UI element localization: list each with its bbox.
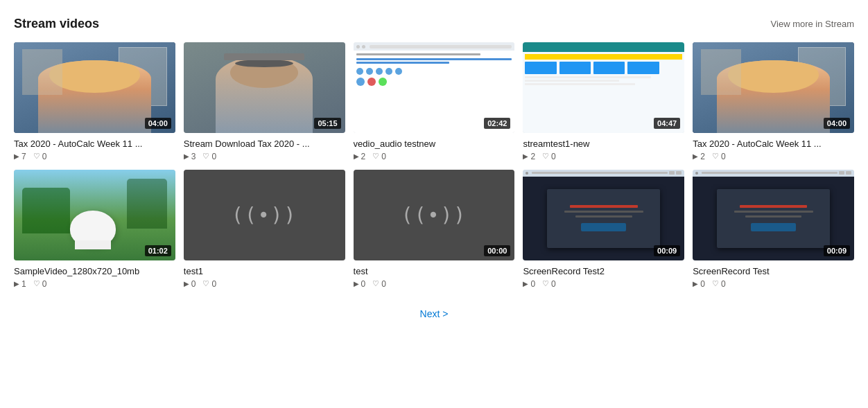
views-icon: ▶ — [354, 152, 359, 160]
likes-icon: ♡ — [542, 152, 549, 161]
views-count: ▶1 — [14, 279, 26, 289]
video-meta: ▶2♡0 — [354, 152, 515, 161]
views-count: ▶2 — [693, 152, 705, 161]
video-title: ScreenRecord Test — [693, 266, 854, 276]
video-card[interactable]: 04:00Tax 2020 - AutoCalc Week 11 ...▶7♡0 — [14, 42, 175, 161]
likes-count: ♡0 — [202, 279, 216, 289]
likes-count: ♡0 — [202, 152, 216, 161]
likes-count: ♡0 — [542, 152, 556, 161]
video-title: vedio_audio testnew — [354, 139, 515, 149]
pagination: Next > — [14, 305, 854, 322]
thumbnail-wrapper: ((•)) 00:00 — [354, 170, 515, 260]
views-icon: ▶ — [14, 152, 19, 160]
likes-icon: ♡ — [33, 279, 40, 288]
video-card[interactable]: 05:15Stream Download Tax 2020 - ...▶3♡0 — [184, 42, 345, 161]
video-title: ScreenRecord Test2 — [523, 266, 684, 276]
duration-badge: 00:09 — [824, 245, 850, 256]
views-icon: ▶ — [184, 280, 189, 287]
video-grid: 04:00Tax 2020 - AutoCalc Week 11 ...▶7♡0… — [14, 42, 854, 289]
video-title: Tax 2020 - AutoCalc Week 11 ... — [693, 139, 854, 149]
likes-icon: ♡ — [202, 279, 209, 288]
video-card[interactable]: 01:02SampleVideo_1280x720_10mb▶1♡0 — [14, 170, 175, 289]
views-count: ▶2 — [354, 152, 366, 161]
duration-badge: 04:00 — [145, 118, 171, 129]
video-meta: ▶0♡0 — [184, 279, 345, 289]
likes-count: ♡0 — [542, 279, 556, 289]
page-title: Stream videos — [14, 17, 99, 31]
video-meta: ▶0♡0 — [693, 279, 854, 289]
views-icon: ▶ — [693, 280, 698, 287]
likes-icon: ♡ — [202, 152, 209, 161]
video-card[interactable]: 04:00Tax 2020 - AutoCalc Week 11 ...▶2♡0 — [693, 42, 854, 161]
duration-badge: 00:09 — [654, 245, 680, 256]
views-icon: ▶ — [523, 280, 528, 287]
thumbnail-wrapper: 04:47 — [523, 42, 684, 133]
duration-badge: 02:42 — [484, 118, 510, 129]
video-meta: ▶7♡0 — [14, 152, 175, 161]
video-card[interactable]: 00:09ScreenRecord Test2▶0♡0 — [523, 170, 684, 289]
views-count: ▶3 — [184, 152, 196, 161]
likes-count: ♡0 — [33, 152, 47, 161]
video-card[interactable]: 04:47streamtest1-new▶2♡0 — [523, 42, 684, 161]
duration-badge: 04:00 — [824, 118, 850, 129]
views-icon: ▶ — [184, 152, 189, 160]
next-button[interactable]: Next > — [415, 305, 454, 322]
video-title: SampleVideo_1280x720_10mb — [14, 266, 175, 276]
likes-count: ♡0 — [372, 279, 386, 289]
thumbnail-wrapper: 02:42 — [354, 42, 515, 133]
likes-icon: ♡ — [712, 279, 719, 288]
video-card[interactable]: 02:42vedio_audio testnew▶2♡0 — [354, 42, 515, 161]
likes-count: ♡0 — [712, 152, 726, 161]
likes-icon: ♡ — [372, 152, 379, 161]
video-card[interactable]: ((•)) 00:00test▶0♡0 — [354, 170, 515, 289]
views-count: ▶2 — [523, 152, 535, 161]
views-icon: ▶ — [693, 152, 698, 160]
thumbnail-wrapper: 00:09 — [523, 170, 684, 260]
views-count: ▶0 — [354, 279, 366, 289]
thumbnail-wrapper: 04:00 — [14, 42, 175, 133]
views-count: ▶0 — [523, 279, 535, 289]
views-icon: ▶ — [354, 280, 359, 287]
video-meta: ▶0♡0 — [523, 279, 684, 289]
likes-count: ♡0 — [372, 152, 386, 161]
video-meta: ▶0♡0 — [354, 279, 515, 289]
view-more-link[interactable]: View more in Stream — [771, 19, 854, 29]
likes-count: ♡0 — [33, 279, 47, 289]
video-title: Tax 2020 - AutoCalc Week 11 ... — [14, 139, 175, 149]
video-meta: ▶1♡0 — [14, 279, 175, 289]
likes-icon: ♡ — [542, 279, 549, 288]
thumbnail-wrapper: 01:02 — [14, 170, 175, 260]
duration-badge: 01:02 — [145, 245, 171, 256]
video-title: test1 — [184, 266, 345, 276]
duration-badge: 00:00 — [484, 245, 510, 256]
views-icon: ▶ — [14, 280, 19, 287]
thumbnail-inner: ((•)) — [184, 170, 345, 260]
likes-count: ♡0 — [712, 279, 726, 289]
views-count: ▶0 — [693, 279, 705, 289]
views-icon: ▶ — [523, 152, 528, 160]
video-title: test — [354, 266, 515, 276]
video-meta: ▶3♡0 — [184, 152, 345, 161]
likes-icon: ♡ — [372, 279, 379, 288]
likes-icon: ♡ — [712, 152, 719, 161]
video-meta: ▶2♡0 — [693, 152, 854, 161]
thumbnail-wrapper: ((•)) — [184, 170, 345, 260]
video-title: Stream Download Tax 2020 - ... — [184, 139, 345, 149]
video-meta: ▶2♡0 — [523, 152, 684, 161]
video-card[interactable]: ((•)) test1▶0♡0 — [184, 170, 345, 289]
thumbnail-wrapper: 04:00 — [693, 42, 854, 133]
likes-icon: ♡ — [33, 152, 40, 161]
views-count: ▶7 — [14, 152, 26, 161]
video-title: streamtest1-new — [523, 139, 684, 149]
thumbnail-wrapper: 05:15 — [184, 42, 345, 133]
video-card[interactable]: 00:09ScreenRecord Test▶0♡0 — [693, 170, 854, 289]
thumbnail-wrapper: 00:09 — [693, 170, 854, 260]
page-header: Stream videos View more in Stream — [14, 17, 854, 31]
duration-badge: 05:15 — [314, 118, 340, 129]
duration-badge: 04:47 — [654, 118, 680, 129]
views-count: ▶0 — [184, 279, 196, 289]
